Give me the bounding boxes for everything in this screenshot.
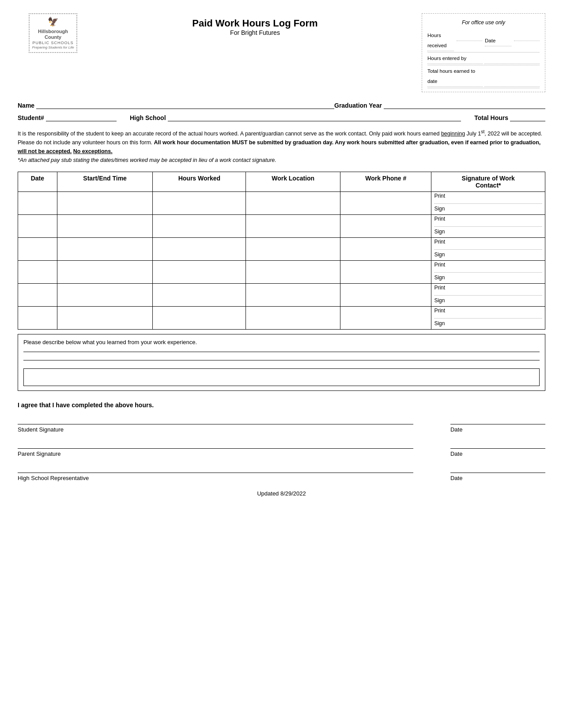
logo-tagline: Preparing Students for Life [32, 45, 74, 50]
parent-signature-row: Parent Signature Date [18, 441, 545, 457]
agree-text: I agree that I have completed the above … [18, 402, 545, 409]
name-label: Name [18, 102, 34, 109]
student-sig-area: Student Signature [18, 417, 413, 433]
parent-date-label: Date [450, 450, 545, 457]
student-sig-label: Student Signature [18, 426, 413, 433]
sig-sign-label: Sign [434, 274, 542, 281]
cell-phone[interactable] [340, 284, 431, 307]
sig-sign-label: Sign [434, 296, 542, 304]
table-row: Print Sign [18, 307, 545, 330]
cell-phone[interactable] [340, 261, 431, 284]
hours-table: Date Start/End Time Hours Worked Work Lo… [18, 172, 545, 330]
cell-start-end[interactable] [57, 284, 153, 307]
parent-sig-line[interactable] [18, 441, 413, 449]
col-work-phone: Work Phone # [340, 172, 431, 192]
cell-signature[interactable]: Print Sign [431, 284, 545, 307]
cell-start-end[interactable] [57, 238, 153, 261]
table-row: Print Sign [18, 215, 545, 238]
student-sig-line[interactable] [18, 417, 413, 424]
rep-date-label: Date [450, 475, 545, 481]
rep-date-line[interactable] [450, 465, 545, 473]
rep-date-area: Date [450, 465, 545, 481]
student-input-line[interactable] [46, 113, 117, 121]
cell-date[interactable] [18, 238, 57, 261]
cell-hours[interactable] [153, 307, 246, 330]
cell-date[interactable] [18, 215, 57, 238]
info-underline-no-exceptions: No exceptions. [73, 148, 113, 154]
graduation-year-label: Graduation Year [334, 102, 382, 109]
table-row: Print Sign [18, 238, 545, 261]
student-date-label: Date [450, 426, 545, 433]
graduation-year-input-line[interactable] [384, 101, 545, 109]
high-school-label: High School [130, 114, 166, 121]
student-date-line[interactable] [450, 417, 545, 424]
student-label: Student# [18, 114, 44, 121]
cell-hours[interactable] [153, 284, 246, 307]
cell-phone[interactable] [340, 307, 431, 330]
learn-box[interactable] [23, 368, 540, 386]
cell-start-end[interactable] [57, 307, 153, 330]
date-label-office: Date [485, 36, 511, 46]
student-signature-row: Student Signature Date [18, 417, 545, 433]
cell-signature[interactable]: Print Sign [431, 215, 545, 238]
learn-section: Please describe below what you learned f… [18, 334, 545, 391]
logo-subtitle: PUBLIC SCHOOLS [32, 41, 73, 46]
cell-date[interactable] [18, 307, 57, 330]
total-hours-input-line[interactable] [510, 113, 545, 121]
high-school-input-line[interactable] [168, 113, 461, 121]
cell-date[interactable] [18, 261, 57, 284]
high-school-field-group: High School [130, 113, 461, 121]
parent-date-line[interactable] [450, 441, 545, 449]
name-input-line[interactable] [36, 101, 334, 109]
cell-date[interactable] [18, 192, 57, 215]
logo-area: 🦅 Hillsborough County PUBLIC SCHOOLS Pre… [18, 13, 88, 53]
logo-title: Hillsborough County [30, 29, 76, 40]
cell-hours[interactable] [153, 215, 246, 238]
cell-location[interactable] [246, 192, 340, 215]
col-date: Date [18, 172, 57, 192]
rep-signature-row: High School Representative Date [18, 465, 545, 481]
cell-hours[interactable] [153, 238, 246, 261]
cell-phone[interactable] [340, 192, 431, 215]
parent-sig-label: Parent Signature [18, 450, 413, 457]
parent-sig-area: Parent Signature [18, 441, 413, 457]
updated-text: Updated 8/29/2022 [18, 490, 545, 497]
rep-sig-line[interactable] [18, 465, 413, 473]
office-line-hours: Hours received Date [427, 30, 540, 53]
learn-label: Please describe below what you learned f… [23, 339, 540, 345]
agree-section: I agree that I have completed the above … [18, 402, 545, 481]
cell-signature[interactable]: Print Sign [431, 261, 545, 284]
cell-location[interactable] [246, 307, 340, 330]
main-title: Paid Work Hours Log Form [88, 18, 422, 29]
col-start-end-time: Start/End Time [57, 172, 153, 192]
cell-location[interactable] [246, 284, 340, 307]
logo-box: 🦅 Hillsborough County PUBLIC SCHOOLS Pre… [29, 13, 77, 53]
sig-print-label: Print [434, 216, 542, 227]
cell-hours[interactable] [153, 261, 246, 284]
student-row: Student# High School Total Hours [18, 113, 545, 121]
cell-location[interactable] [246, 238, 340, 261]
total-hours-label: Total hours earned to date [427, 66, 483, 87]
cell-phone[interactable] [340, 238, 431, 261]
table-row: Print Sign [18, 284, 545, 307]
cell-date[interactable] [18, 284, 57, 307]
hours-entered-label: Hours entered by [427, 53, 483, 64]
learn-line-2[interactable] [23, 360, 540, 360]
cell-signature[interactable]: Print Sign [431, 192, 545, 215]
title-area: Paid Work Hours Log Form For Bright Futu… [88, 13, 422, 36]
cell-start-end[interactable] [57, 192, 153, 215]
sig-print-label: Print [434, 239, 542, 250]
cell-signature[interactable]: Print Sign [431, 307, 545, 330]
name-field-group: Name [18, 101, 334, 109]
cell-signature[interactable]: Print Sign [431, 238, 545, 261]
sig-print-label: Print [434, 285, 542, 296]
cell-location[interactable] [246, 261, 340, 284]
parent-date-area: Date [450, 441, 545, 457]
cell-start-end[interactable] [57, 215, 153, 238]
cell-phone[interactable] [340, 215, 431, 238]
cell-location[interactable] [246, 215, 340, 238]
learn-line-1[interactable] [23, 352, 540, 352]
cell-hours[interactable] [153, 192, 246, 215]
total-hours-label: Total Hours [474, 114, 508, 121]
cell-start-end[interactable] [57, 261, 153, 284]
